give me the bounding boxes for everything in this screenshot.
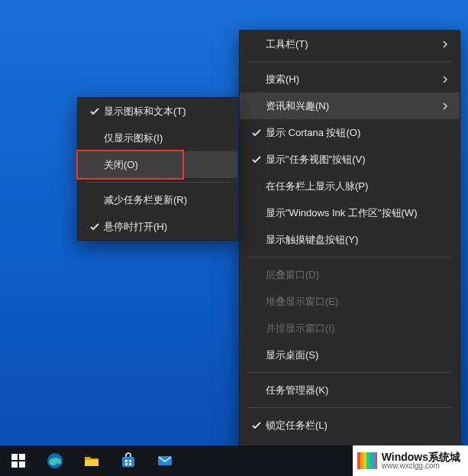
menu-item-label: 仅显示图标(I) bbox=[104, 131, 227, 145]
menu-item[interactable]: 显示"任务视图"按钮(V) bbox=[240, 146, 460, 173]
menu-item-label: 在任务栏上显示人脉(P) bbox=[266, 180, 449, 193]
edge-icon bbox=[46, 452, 64, 470]
checkmark-icon bbox=[247, 420, 266, 431]
menu-item[interactable]: 资讯和兴趣(N) bbox=[240, 92, 460, 119]
checkmark-icon bbox=[86, 106, 104, 117]
taskbar-app-mail[interactable] bbox=[147, 445, 183, 476]
menu-item[interactable]: 工具栏(T) bbox=[240, 31, 460, 57]
menu-separator bbox=[247, 372, 452, 373]
taskbar-app-store[interactable] bbox=[110, 445, 147, 476]
menu-item-label: 堆叠显示窗口(E) bbox=[266, 295, 449, 309]
svg-rect-14 bbox=[122, 457, 134, 467]
menu-item: 堆叠显示窗口(E) bbox=[240, 288, 460, 315]
menu-item[interactable]: 搜索(H) bbox=[240, 66, 460, 92]
svg-rect-17 bbox=[125, 463, 127, 465]
mail-icon bbox=[157, 452, 173, 469]
menu-item-label: 显示桌面(S) bbox=[266, 348, 449, 362]
taskbar-left bbox=[0, 445, 183, 476]
menu-item-label: 资讯和兴趣(N) bbox=[266, 99, 438, 113]
menu-item-label: 显示触摸键盘按钮(Y) bbox=[266, 233, 449, 247]
menu-item[interactable]: 任务管理器(K) bbox=[240, 377, 460, 403]
svg-rect-12 bbox=[19, 461, 25, 468]
taskbar-context-menu: 工具栏(T)搜索(H)资讯和兴趣(N)显示 Cortana 按钮(O)显示"任务… bbox=[239, 30, 460, 466]
watermark-logo-icon bbox=[357, 452, 377, 469]
menu-item[interactable]: 关闭(O) bbox=[78, 151, 237, 178]
checkmark-icon bbox=[247, 154, 266, 165]
chevron-right-icon bbox=[438, 76, 449, 83]
menu-item-label: 悬停时打开(H) bbox=[104, 220, 227, 234]
menu-item-label: 关闭(O) bbox=[104, 158, 227, 172]
menu-item[interactable]: 悬停时打开(H) bbox=[78, 213, 237, 240]
menu-separator bbox=[86, 182, 230, 183]
menu-separator bbox=[247, 257, 452, 257]
start-button[interactable] bbox=[0, 445, 37, 476]
watermark-title: Windows系统城 bbox=[382, 452, 460, 462]
watermark: Windows系统城 www.wxclgg.com bbox=[353, 445, 468, 476]
checkmark-icon bbox=[247, 128, 266, 138]
menu-item-label: 显示 Cortana 按钮(O) bbox=[266, 126, 449, 140]
menu-item[interactable]: 显示桌面(S) bbox=[240, 342, 460, 368]
menu-item-label: 搜索(H) bbox=[266, 73, 438, 86]
menu-item-label: 减少任务栏更新(R) bbox=[104, 193, 227, 207]
menu-item-label: 显示图标和文本(T) bbox=[104, 105, 227, 118]
watermark-url: www.wxclgg.com bbox=[382, 462, 460, 470]
menu-item[interactable]: 锁定任务栏(L) bbox=[240, 412, 460, 439]
chevron-right-icon bbox=[438, 102, 449, 110]
news-interests-submenu: 显示图标和文本(T)仅显示图标(I)关闭(O)减少任务栏更新(R)悬停时打开(H… bbox=[77, 97, 238, 241]
menu-item-label: 层叠窗口(D) bbox=[266, 268, 449, 282]
menu-item-label: 锁定任务栏(L) bbox=[266, 419, 449, 432]
svg-rect-10 bbox=[19, 454, 25, 460]
menu-item-label: 显示"Windows Ink 工作区"按钮(W) bbox=[266, 206, 449, 220]
menu-item[interactable]: 在任务栏上显示人脉(P) bbox=[240, 173, 460, 199]
menu-item[interactable]: 显示 Cortana 按钮(O) bbox=[240, 119, 460, 146]
chevron-right-icon bbox=[438, 40, 449, 48]
svg-rect-18 bbox=[129, 463, 131, 465]
menu-item-label: 任务管理器(K) bbox=[266, 384, 449, 397]
menu-item-label: 工具栏(T) bbox=[266, 37, 438, 51]
folder-icon bbox=[83, 452, 100, 469]
menu-item-label: 显示"任务视图"按钮(V) bbox=[266, 153, 449, 167]
menu-item: 并排显示窗口(I) bbox=[240, 315, 460, 342]
checkmark-icon bbox=[86, 222, 104, 232]
menu-item[interactable]: 显示"Windows Ink 工作区"按钮(W) bbox=[240, 199, 460, 226]
taskbar-app-edge[interactable] bbox=[37, 445, 73, 476]
menu-item: 层叠窗口(D) bbox=[240, 261, 460, 288]
taskbar: 13°C Windows系统城 www.wxclgg.com bbox=[0, 445, 468, 476]
svg-rect-15 bbox=[125, 460, 127, 462]
svg-rect-9 bbox=[11, 454, 18, 460]
windows-logo-icon bbox=[11, 454, 25, 468]
menu-item-label: 并排显示窗口(I) bbox=[266, 322, 449, 335]
menu-item[interactable]: 显示图标和文本(T) bbox=[78, 98, 237, 125]
taskbar-app-explorer[interactable] bbox=[73, 445, 110, 476]
menu-item[interactable]: 仅显示图标(I) bbox=[78, 125, 237, 151]
svg-rect-11 bbox=[11, 461, 18, 468]
store-icon bbox=[120, 452, 137, 469]
menu-separator bbox=[247, 407, 452, 408]
desktop: 工具栏(T)搜索(H)资讯和兴趣(N)显示 Cortana 按钮(O)显示"任务… bbox=[0, 0, 468, 476]
svg-rect-16 bbox=[129, 460, 131, 462]
menu-item[interactable]: 减少任务栏更新(R) bbox=[78, 186, 237, 213]
menu-separator bbox=[247, 61, 452, 62]
menu-item[interactable]: 显示触摸键盘按钮(Y) bbox=[240, 226, 460, 253]
